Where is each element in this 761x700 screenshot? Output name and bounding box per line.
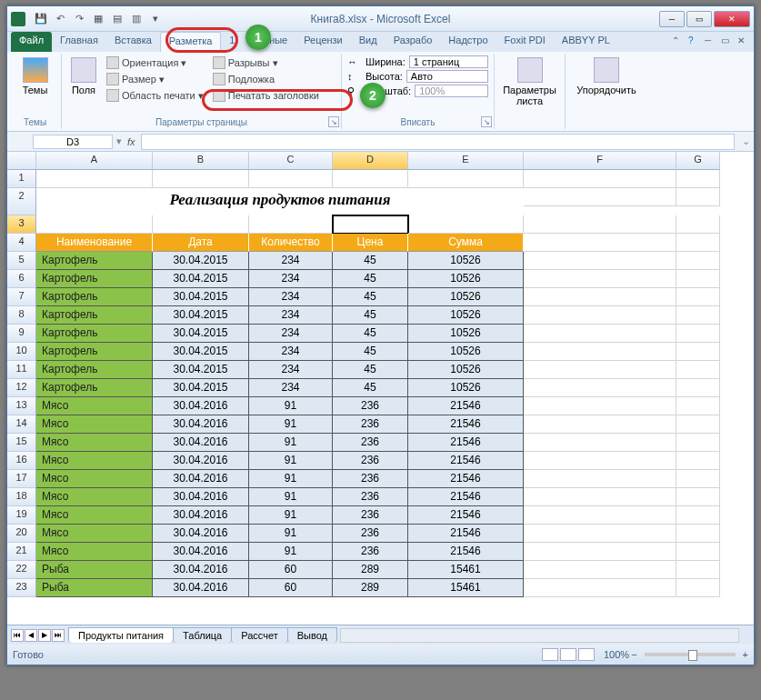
cell-date[interactable]: 30.04.2016 <box>153 506 249 525</box>
height-select[interactable]: Авто <box>406 70 488 83</box>
qat-button[interactable]: ▥ <box>128 11 145 27</box>
cell-name[interactable]: Картофель <box>36 343 153 361</box>
table-header[interactable]: Цена <box>333 234 408 252</box>
cell-qty[interactable]: 234 <box>249 252 333 270</box>
zoom-level[interactable]: 100% <box>604 649 629 660</box>
cell-price[interactable]: 236 <box>333 434 408 452</box>
sheet-tab-Рассчет[interactable]: Рассчет <box>231 627 288 643</box>
select-all-button[interactable] <box>7 152 36 170</box>
row-header-19[interactable]: 19 <box>7 506 36 525</box>
row-header-4[interactable]: 4 <box>7 234 36 252</box>
cell-name[interactable]: Рыба <box>36 561 153 579</box>
cell[interactable] <box>524 506 676 525</box>
cell-date[interactable]: 30.04.2016 <box>153 452 249 470</box>
cell[interactable] <box>676 361 720 379</box>
cell[interactable] <box>676 325 720 343</box>
cell-name[interactable]: Мясо <box>36 434 153 452</box>
cell-date[interactable]: 30.04.2015 <box>153 343 249 361</box>
cell[interactable] <box>524 215 676 234</box>
formula-bar[interactable] <box>141 134 735 150</box>
cell-name[interactable]: Картофель <box>36 361 153 379</box>
cell-sum[interactable]: 10526 <box>408 379 524 397</box>
cell-date[interactable]: 30.04.2016 <box>153 543 249 561</box>
cell-price[interactable]: 45 <box>333 361 408 379</box>
cell[interactable] <box>524 561 676 579</box>
mdi-close-icon[interactable]: ✕ <box>737 35 750 48</box>
zoom-out-button[interactable]: − <box>631 649 636 660</box>
cell-name[interactable]: Рыба <box>36 579 153 597</box>
cell[interactable] <box>524 488 676 506</box>
qat-button[interactable]: ▤ <box>109 11 125 27</box>
row-header-8[interactable]: 8 <box>7 306 36 325</box>
cell[interactable] <box>676 579 720 597</box>
cell[interactable] <box>524 452 676 470</box>
cell[interactable] <box>36 215 153 234</box>
cell-sum[interactable]: 10526 <box>408 306 524 325</box>
cell[interactable] <box>524 325 676 343</box>
tab-Разрабо[interactable]: Разрабо <box>386 32 441 52</box>
tab-ABBYY PL[interactable]: ABBYY PL <box>554 32 618 52</box>
row-header-12[interactable]: 12 <box>7 379 36 397</box>
cell-qty[interactable]: 234 <box>249 288 333 306</box>
cell-price[interactable]: 236 <box>333 506 408 525</box>
cell[interactable] <box>524 434 676 452</box>
row-header-10[interactable]: 10 <box>7 343 36 361</box>
cell-date[interactable]: 30.04.2015 <box>153 379 249 397</box>
cell[interactable] <box>524 343 676 361</box>
cell-price[interactable]: 236 <box>333 470 408 488</box>
row-header-14[interactable]: 14 <box>7 415 36 434</box>
row-header-7[interactable]: 7 <box>7 288 36 306</box>
cell[interactable] <box>524 270 676 288</box>
cell-date[interactable]: 30.04.2016 <box>153 488 249 506</box>
cell[interactable] <box>524 170 676 188</box>
cell[interactable] <box>676 525 720 543</box>
cell-price[interactable]: 289 <box>333 561 408 579</box>
formula-bar-expand-icon[interactable]: ⌄ <box>738 135 754 147</box>
row-header-1[interactable]: 1 <box>7 170 36 188</box>
row-header-15[interactable]: 15 <box>7 434 36 452</box>
cell-qty[interactable]: 91 <box>249 415 333 434</box>
row-header-2[interactable]: 2 <box>7 188 36 215</box>
column-header-C[interactable]: C <box>249 152 333 170</box>
qat-button[interactable]: 💾 <box>33 11 49 27</box>
tab-nav-prev-icon[interactable]: ◀ <box>25 629 37 642</box>
cell[interactable] <box>524 234 676 252</box>
cell[interactable] <box>676 561 720 579</box>
cell[interactable] <box>408 170 524 188</box>
tab-Foxit PDI[interactable]: Foxit PDI <box>496 32 554 52</box>
page-setup-dialog-launcher[interactable]: ↘ <box>328 116 339 127</box>
cell[interactable] <box>676 288 720 306</box>
cell[interactable] <box>676 543 720 561</box>
table-header[interactable]: Наименование <box>36 234 153 252</box>
cell-name[interactable]: Картофель <box>36 325 153 343</box>
minimize-button[interactable]: ─ <box>659 11 685 27</box>
cell-qty[interactable]: 91 <box>249 470 333 488</box>
cell-sum[interactable]: 21546 <box>408 397 524 415</box>
background-button[interactable]: Подложка <box>210 72 322 86</box>
cell-name[interactable]: Мясо <box>36 488 153 506</box>
tab-Рецензи[interactable]: Рецензи <box>295 32 351 52</box>
cell-name[interactable]: Картофель <box>36 288 153 306</box>
cell[interactable] <box>249 170 333 188</box>
zoom-slider[interactable] <box>645 653 736 656</box>
cell-sum[interactable]: 21546 <box>408 470 524 488</box>
cell[interactable] <box>676 488 720 506</box>
cell[interactable] <box>676 170 720 188</box>
maximize-button[interactable]: ▭ <box>686 11 712 27</box>
cell-price[interactable]: 45 <box>333 325 408 343</box>
sheet-tab-Вывод[interactable]: Вывод <box>287 627 337 643</box>
themes-button[interactable]: Темы <box>15 55 55 97</box>
cell[interactable] <box>524 397 676 415</box>
size-button[interactable]: Размер ▾ <box>104 72 206 86</box>
table-header[interactable]: Сумма <box>408 234 524 252</box>
fx-icon[interactable]: fx <box>122 136 141 147</box>
sheet-tab-Продукты питания[interactable]: Продукты питания <box>68 627 174 643</box>
cell-price[interactable]: 45 <box>333 343 408 361</box>
cell[interactable] <box>153 170 249 188</box>
cell-date[interactable]: 30.04.2015 <box>153 325 249 343</box>
tab-file[interactable]: Файл <box>11 32 52 52</box>
cell-price[interactable]: 289 <box>333 579 408 597</box>
cell-qty[interactable]: 234 <box>249 379 333 397</box>
cell[interactable] <box>524 579 676 597</box>
zoom-in-button[interactable]: + <box>743 649 748 660</box>
